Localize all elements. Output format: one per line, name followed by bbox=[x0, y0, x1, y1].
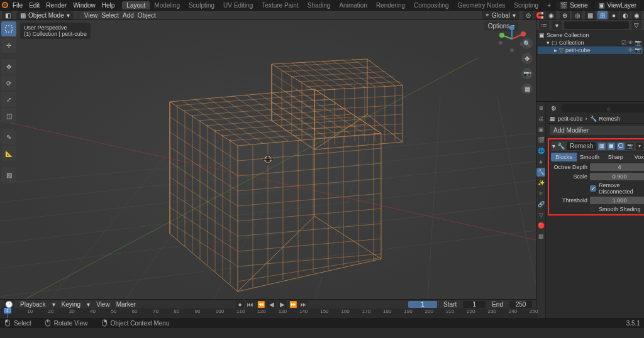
disclosure-icon[interactable]: ▾ bbox=[552, 143, 555, 150]
pivot-icon[interactable]: ⊙ bbox=[523, 11, 533, 19]
timeline-menu-view[interactable]: View bbox=[96, 301, 110, 308]
prop-tab-texture[interactable]: ▦ bbox=[536, 232, 545, 241]
mod-edit-mode-icon[interactable]: ▦ bbox=[608, 143, 615, 150]
orientation-dropdown[interactable]: ⌖ Global ▾ bbox=[482, 11, 519, 19]
jump-end-icon[interactable]: ⏭ bbox=[299, 300, 308, 308]
mode-dropdown[interactable]: ▦ Object Mode ▾ bbox=[16, 11, 74, 19]
prop-tab-render[interactable]: 🖥 bbox=[536, 104, 545, 112]
breadcrumb-modifier[interactable]: Remesh bbox=[599, 116, 621, 122]
prop-tab-object[interactable]: ▲ bbox=[536, 157, 545, 166]
smooth-shading-checkbox[interactable] bbox=[590, 206, 596, 212]
zoom-icon[interactable]: 🔍 bbox=[521, 38, 533, 49]
remesh-mode-smooth[interactable]: Smooth bbox=[577, 153, 602, 161]
tab-uv-editing[interactable]: UV Editing bbox=[219, 1, 257, 9]
outliner-display-mode[interactable]: ▾ bbox=[552, 21, 562, 30]
select-box-tool[interactable] bbox=[1, 21, 16, 36]
filter-icon[interactable]: ▽ bbox=[631, 21, 641, 30]
scale-field[interactable]: 0.900 bbox=[590, 173, 644, 180]
disclosure-icon[interactable]: ▾ bbox=[547, 40, 550, 46]
start-frame-field[interactable]: 1 bbox=[463, 301, 486, 308]
timeline-menu-marker[interactable]: Marker bbox=[116, 301, 136, 308]
tab-geometry-nodes[interactable]: Geometry Nodes bbox=[453, 1, 510, 9]
snap-icon[interactable]: 🧲 bbox=[535, 11, 545, 19]
outliner-scene-collection[interactable]: ▣ Scene Collection bbox=[538, 31, 643, 39]
cursor-tool[interactable]: ✛ bbox=[1, 38, 16, 53]
remove-disconnected-checkbox[interactable]: ✓ bbox=[590, 185, 596, 192]
timeline-menu-keying[interactable]: Keying bbox=[62, 301, 81, 308]
header-menu-add[interactable]: Add bbox=[123, 12, 134, 19]
add-primitive-tool[interactable]: ▧ bbox=[1, 167, 16, 182]
gizmo-toggle-icon[interactable]: ⊕ bbox=[560, 11, 570, 19]
prop-tab-modifiers[interactable]: 🔧 bbox=[536, 168, 545, 177]
solid-shading-icon[interactable]: ● bbox=[609, 11, 619, 19]
header-menu-object[interactable]: Object bbox=[138, 12, 156, 19]
render-icon[interactable]: 📷 bbox=[635, 47, 641, 53]
annotate-tool[interactable]: ✎ bbox=[1, 129, 16, 144]
header-menu-view[interactable]: View bbox=[84, 12, 98, 19]
perspective-toggle-icon[interactable]: ▦ bbox=[521, 83, 533, 94]
menu-file[interactable]: File bbox=[13, 2, 23, 9]
threshold-field[interactable]: 1.000 bbox=[590, 197, 644, 204]
remesh-mode-sharp[interactable]: Sharp bbox=[602, 153, 628, 161]
header-menu-select[interactable]: Select bbox=[101, 12, 119, 19]
outliner-editor-icon[interactable]: ≔ bbox=[539, 21, 549, 30]
xray-icon[interactable]: ▦ bbox=[585, 11, 595, 19]
outliner-search-input[interactable] bbox=[564, 21, 629, 29]
remesh-mode-blocks[interactable]: Blocks bbox=[551, 153, 577, 161]
modifier-name-field[interactable]: Remesh bbox=[567, 142, 596, 150]
prop-tab-particles[interactable]: ✨ bbox=[536, 178, 545, 187]
props-editor-icon[interactable]: ⚙ bbox=[548, 104, 558, 112]
viewlayer-field[interactable]: ▣ ViewLayer bbox=[595, 1, 640, 9]
prop-tab-scene[interactable]: 🎬 bbox=[536, 136, 545, 144]
transform-tool[interactable]: ◫ bbox=[1, 108, 16, 123]
overlays-toggle-icon[interactable]: ◎ bbox=[572, 11, 582, 19]
end-frame-field[interactable]: 250 bbox=[509, 301, 532, 308]
menu-render[interactable]: Render bbox=[46, 2, 67, 9]
proportional-icon[interactable]: ◉ bbox=[546, 11, 556, 19]
tab-shading[interactable]: Shading bbox=[303, 1, 335, 9]
play-reverse-icon[interactable]: ◀ bbox=[267, 300, 276, 308]
current-frame-field[interactable]: 1 bbox=[408, 301, 437, 308]
tab-texture-paint[interactable]: Texture Paint bbox=[257, 1, 303, 9]
mod-realtime-icon[interactable]: 🖵 bbox=[617, 143, 625, 150]
tab-rendering[interactable]: Rendering bbox=[372, 1, 409, 9]
tab-animation[interactable]: Animation bbox=[335, 1, 371, 9]
outliner-object-petit-cube[interactable]: ▸ ▽ petit-cube 👁📷 bbox=[538, 46, 643, 54]
measure-tool[interactable]: 📐 bbox=[1, 146, 16, 161]
disclosure-icon[interactable]: ▸ bbox=[554, 47, 557, 53]
material-shading-icon[interactable]: ◐ bbox=[620, 11, 630, 19]
prop-tab-mesh[interactable]: ▽ bbox=[536, 210, 545, 219]
prop-tab-output[interactable]: 🖨 bbox=[536, 114, 545, 123]
menu-window[interactable]: Window bbox=[73, 2, 96, 9]
prop-tab-world[interactable]: 🌐 bbox=[536, 146, 545, 155]
timeline-track[interactable]: 0102030405060708090100110120130140150160… bbox=[0, 308, 536, 318]
eye-icon[interactable]: 👁 bbox=[628, 40, 633, 46]
play-icon[interactable]: ▶ bbox=[278, 300, 287, 308]
pan-icon[interactable]: ✥ bbox=[521, 53, 533, 64]
menu-help[interactable]: Help bbox=[102, 2, 115, 9]
prop-tab-constraints[interactable]: 🔗 bbox=[536, 200, 545, 209]
outliner-collection[interactable]: ▾ ▢ Collection ☑👁📷 bbox=[538, 39, 643, 46]
eye-icon[interactable]: 👁 bbox=[628, 47, 633, 53]
autokey-icon[interactable]: ● bbox=[235, 300, 244, 308]
timeline-menu-playback[interactable]: Playback bbox=[20, 301, 46, 308]
rendered-shading-icon[interactable]: ◉ bbox=[631, 11, 641, 19]
props-search-input[interactable]: ⌕ bbox=[561, 104, 644, 112]
scene-field[interactable]: 🎬 Scene bbox=[556, 1, 591, 9]
jump-start-icon[interactable]: ⏮ bbox=[246, 300, 255, 308]
chevron-down-icon[interactable]: ▾ bbox=[636, 143, 643, 150]
tab-add[interactable]: + bbox=[543, 1, 555, 9]
prop-tab-material[interactable]: 🔴 bbox=[536, 221, 545, 230]
menu-edit[interactable]: Edit bbox=[29, 2, 40, 9]
prop-tab-viewlayer[interactable]: ▣ bbox=[536, 125, 545, 134]
editor-type-icon[interactable]: ◧ bbox=[3, 11, 13, 19]
scale-tool[interactable]: ⤢ bbox=[1, 92, 16, 107]
timeline-editor-icon[interactable]: 🕐 bbox=[4, 300, 14, 308]
tab-compositing[interactable]: Compositing bbox=[409, 1, 453, 9]
next-key-icon[interactable]: ⏩ bbox=[289, 300, 297, 308]
move-tool[interactable]: ✥ bbox=[1, 59, 16, 74]
3d-viewport[interactable]: ✛ ✥ ⟳ ⤢ ◫ ✎ 📐 ▧ User Perspective (1) Col… bbox=[0, 20, 536, 299]
mod-render-icon[interactable]: 📷 bbox=[626, 143, 634, 150]
tab-layout[interactable]: Layout bbox=[122, 1, 150, 9]
checkbox-icon[interactable]: ☑ bbox=[621, 40, 626, 46]
